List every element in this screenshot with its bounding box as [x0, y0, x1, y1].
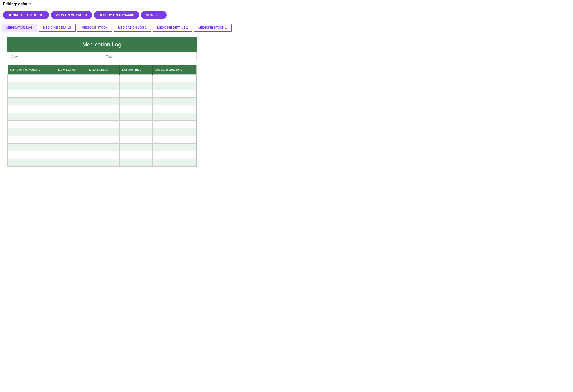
toolbar-btn-deploy-dynamic[interactable]: DEPLOY ON DYNAMIC — [94, 11, 139, 19]
time-cell: Time — [102, 52, 197, 61]
cell-10-3[interactable] — [120, 151, 152, 159]
cell-7-2[interactable] — [87, 128, 120, 136]
cell-6-2[interactable] — [87, 121, 120, 128]
date-time-row: Date Time — [7, 52, 197, 61]
cell-8-3[interactable] — [120, 136, 152, 143]
cell-3-4[interactable] — [152, 98, 196, 105]
col-header-2: Date Stopped — [87, 65, 120, 74]
cell-0-0[interactable] — [8, 74, 56, 82]
cell-1-3[interactable] — [120, 82, 152, 90]
cell-6-3[interactable] — [120, 121, 152, 128]
cell-0-3[interactable] — [120, 74, 152, 82]
header-row: Name of the MedicineDate StartedDate Sto… — [8, 65, 196, 74]
table-row — [8, 74, 196, 82]
cell-8-4[interactable] — [152, 136, 196, 143]
cell-4-1[interactable] — [56, 105, 87, 113]
table-row — [8, 136, 196, 143]
table-row — [8, 82, 196, 90]
cell-1-0[interactable] — [8, 82, 56, 90]
tab-medicine-stock-2[interactable]: MEDICINE STOCK 2 — [194, 24, 232, 32]
cell-10-2[interactable] — [87, 151, 120, 159]
date-cell: Date — [7, 52, 102, 61]
cell-10-1[interactable] — [56, 151, 87, 159]
cell-3-2[interactable] — [87, 98, 120, 105]
page-title: Editing: default — [0, 0, 573, 8]
cell-9-2[interactable] — [87, 143, 120, 151]
table-row — [8, 128, 196, 136]
spreadsheet-container: Medication Log Date Time Name of the Med… — [7, 37, 197, 167]
cell-4-0[interactable] — [8, 105, 56, 113]
table-wrapper: Name of the MedicineDate StartedDate Sto… — [7, 65, 197, 167]
cell-7-1[interactable] — [56, 128, 87, 136]
cell-7-3[interactable] — [120, 128, 152, 136]
cell-2-3[interactable] — [120, 90, 152, 98]
cell-9-1[interactable] — [56, 143, 87, 151]
toolbar-btn-connect-argent[interactable]: CONNECT TO ARGENT — [3, 11, 49, 19]
col-header-3: Dosage times — [120, 65, 152, 74]
table-row — [8, 98, 196, 105]
cell-3-3[interactable] — [120, 98, 152, 105]
table-row — [8, 113, 196, 121]
cell-8-0[interactable] — [8, 136, 56, 143]
cell-11-1[interactable] — [56, 159, 87, 166]
cell-11-2[interactable] — [87, 159, 120, 166]
table-header: Name of the MedicineDate StartedDate Sto… — [8, 65, 196, 74]
cell-7-4[interactable] — [152, 128, 196, 136]
tab-medicine-stock[interactable]: MEDICINE STOCK — [77, 24, 112, 32]
table-row — [8, 143, 196, 151]
cell-11-0[interactable] — [8, 159, 56, 166]
cell-10-0[interactable] — [8, 151, 56, 159]
toolbar-btn-view-voyager[interactable]: VIEW ON VOYAGER — [51, 11, 92, 19]
cell-4-2[interactable] — [87, 105, 120, 113]
table-row — [8, 121, 196, 128]
cell-2-2[interactable] — [87, 90, 120, 98]
col-header-4: Special Instructions — [152, 65, 196, 74]
cell-5-1[interactable] — [56, 113, 87, 121]
cell-3-0[interactable] — [8, 98, 56, 105]
col-header-1: Date Started — [56, 65, 87, 74]
cell-5-2[interactable] — [87, 113, 120, 121]
cell-2-1[interactable] — [56, 90, 87, 98]
table-row — [8, 105, 196, 113]
cell-0-4[interactable] — [152, 74, 196, 82]
toolbar: CONNECT TO ARGENTVIEW ON VOYAGERDEPLOY O… — [0, 8, 573, 22]
table-body — [8, 74, 196, 166]
medication-table: Name of the MedicineDate StartedDate Sto… — [7, 65, 196, 166]
cell-7-0[interactable] — [8, 128, 56, 136]
cell-4-4[interactable] — [152, 105, 196, 113]
cell-6-4[interactable] — [152, 121, 196, 128]
tab-medication-log-2[interactable]: MEDICATION LOG 2 — [114, 24, 151, 32]
cell-3-1[interactable] — [56, 98, 87, 105]
cell-6-0[interactable] — [8, 121, 56, 128]
cell-2-4[interactable] — [152, 90, 196, 98]
tab-medicine-details[interactable]: MEDICINE DETAILS — [38, 24, 76, 32]
table-row — [8, 151, 196, 159]
tabs-bar: MEDICATION LOGMEDICINE DETAILSMEDICINE S… — [0, 22, 573, 32]
cell-2-0[interactable] — [8, 90, 56, 98]
cell-1-2[interactable] — [87, 82, 120, 90]
cell-0-1[interactable] — [56, 74, 87, 82]
col-header-0: Name of the Medicine — [8, 65, 56, 74]
cell-9-3[interactable] — [120, 143, 152, 151]
cell-8-1[interactable] — [56, 136, 87, 143]
table-row — [8, 90, 196, 98]
cell-6-1[interactable] — [56, 121, 87, 128]
cell-8-2[interactable] — [87, 136, 120, 143]
cell-9-4[interactable] — [152, 143, 196, 151]
tab-medicine-details-2[interactable]: MEDICINE DETAILS 2 — [153, 24, 192, 32]
cell-11-4[interactable] — [152, 159, 196, 166]
cell-4-3[interactable] — [120, 105, 152, 113]
cell-5-0[interactable] — [8, 113, 56, 121]
cell-1-4[interactable] — [152, 82, 196, 90]
cell-0-2[interactable] — [87, 74, 120, 82]
tab-medication-log[interactable]: MEDICATION LOG — [2, 24, 37, 32]
cell-11-3[interactable] — [120, 159, 152, 166]
cell-5-4[interactable] — [152, 113, 196, 121]
cell-9-0[interactable] — [8, 143, 56, 151]
content-area: Medication Log Date Time Name of the Med… — [0, 32, 573, 172]
sheet-title: Medication Log — [7, 37, 197, 52]
cell-5-3[interactable] — [120, 113, 152, 121]
cell-1-1[interactable] — [56, 82, 87, 90]
toolbar-btn-new-file[interactable]: NEW FILE — [141, 11, 167, 19]
cell-10-4[interactable] — [152, 151, 196, 159]
